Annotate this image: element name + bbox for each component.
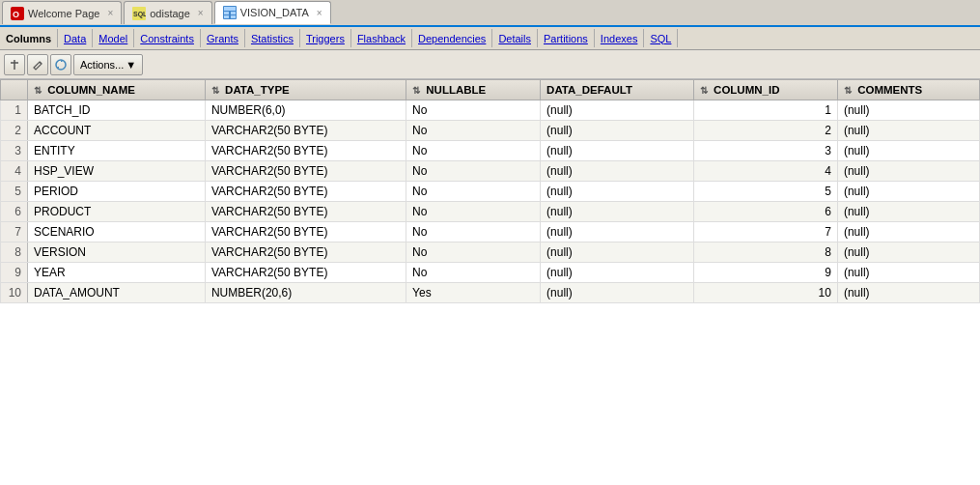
- oracle-icon: O: [11, 7, 24, 20]
- cell-column-id: 8: [693, 242, 837, 263]
- actions-label: Actions...: [80, 59, 124, 71]
- cell-nullable: No: [406, 202, 541, 222]
- cell-data-default: (null): [541, 283, 694, 303]
- sub-tab-triggers[interactable]: Triggers: [300, 29, 351, 47]
- sub-tab-columns: Columns: [0, 29, 58, 47]
- sub-tab-constraints[interactable]: Constraints: [134, 29, 201, 47]
- svg-text:O: O: [13, 10, 19, 19]
- cell-data-type: VARCHAR2(50 BYTE): [205, 242, 406, 263]
- cell-comments: (null): [837, 121, 979, 141]
- tab-welcome-page[interactable]: O Welcome Page ×: [2, 1, 122, 24]
- sub-tab-data[interactable]: Data: [58, 29, 93, 47]
- col-header-comments[interactable]: ⇅ COMMENTS: [837, 80, 979, 100]
- table-row: 5PERIODVARCHAR2(50 BYTE)No(null)5(null): [1, 182, 980, 202]
- tab-odistage-close[interactable]: ×: [198, 8, 204, 18]
- col-header-data-type[interactable]: ⇅ DATA_TYPE: [205, 80, 406, 100]
- table-icon: [223, 6, 237, 19]
- cell-rownum: 7: [1, 222, 28, 242]
- pin-button[interactable]: [4, 54, 25, 75]
- table-row: 9YEARVARCHAR2(50 BYTE)No(null)9(null): [1, 263, 980, 283]
- col-header-rownum: [1, 80, 28, 100]
- cell-data-type: VARCHAR2(50 BYTE): [205, 222, 406, 242]
- sub-tab-details[interactable]: Details: [492, 29, 538, 47]
- cell-rownum: 8: [1, 242, 28, 263]
- cell-column-id: 3: [693, 141, 837, 161]
- cell-column-name: DATA_AMOUNT: [28, 283, 206, 303]
- cell-nullable: No: [406, 222, 541, 242]
- cell-comments: (null): [837, 242, 979, 263]
- table-header-row: ⇅ COLUMN_NAME ⇅ DATA_TYPE ⇅ NULLABLE DAT…: [1, 80, 980, 100]
- cell-data-type: NUMBER(6,0): [205, 100, 406, 121]
- tab-vision-data-label: VISION_DATA: [240, 7, 309, 18]
- svg-text:SQL: SQL: [133, 11, 146, 18]
- sub-tab-flashback[interactable]: Flashback: [351, 29, 412, 47]
- cell-comments: (null): [837, 100, 979, 121]
- sub-tab-grants[interactable]: Grants: [201, 29, 245, 47]
- cell-nullable: No: [406, 242, 541, 263]
- cell-data-default: (null): [541, 182, 694, 202]
- cell-column-name: YEAR: [28, 263, 206, 283]
- actions-dropdown-icon: ▼: [126, 59, 136, 71]
- col-header-nullable[interactable]: ⇅ NULLABLE: [406, 80, 541, 100]
- table-row: 7SCENARIOVARCHAR2(50 BYTE)No(null)7(null…: [1, 222, 980, 242]
- sub-tab-model[interactable]: Model: [93, 29, 134, 47]
- cell-nullable: No: [406, 161, 541, 182]
- cell-column-id: 7: [693, 222, 837, 242]
- svg-rect-7: [231, 12, 236, 14]
- cell-nullable: No: [406, 100, 541, 121]
- col-header-data-default[interactable]: DATA_DEFAULT: [541, 80, 694, 100]
- cell-data-default: (null): [541, 141, 694, 161]
- svg-rect-8: [224, 15, 229, 18]
- sub-tab-indexes[interactable]: Indexes: [595, 29, 645, 47]
- cell-rownum: 2: [1, 121, 28, 141]
- columns-table: ⇅ COLUMN_NAME ⇅ DATA_TYPE ⇅ NULLABLE DAT…: [0, 79, 980, 303]
- tab-vision-data[interactable]: VISION_DATA ×: [214, 1, 331, 24]
- actions-button[interactable]: Actions... ▼: [73, 54, 143, 75]
- cell-comments: (null): [837, 222, 979, 242]
- cell-data-type: VARCHAR2(50 BYTE): [205, 202, 406, 222]
- main-content: ⇅ COLUMN_NAME ⇅ DATA_TYPE ⇅ NULLABLE DAT…: [0, 79, 980, 485]
- tab-odistage[interactable]: SQL odistage ×: [124, 1, 211, 24]
- cell-comments: (null): [837, 283, 979, 303]
- refresh-button[interactable]: [50, 54, 71, 75]
- cell-column-id: 9: [693, 263, 837, 283]
- edit-button[interactable]: [27, 54, 48, 75]
- cell-nullable: No: [406, 182, 541, 202]
- cell-rownum: 3: [1, 141, 28, 161]
- cell-column-name: PERIOD: [28, 182, 206, 202]
- columns-table-container[interactable]: ⇅ COLUMN_NAME ⇅ DATA_TYPE ⇅ NULLABLE DAT…: [0, 79, 980, 485]
- sub-tabs-bar: Columns Data Model Constraints Grants St…: [0, 27, 980, 50]
- cell-nullable: No: [406, 263, 541, 283]
- cell-data-default: (null): [541, 263, 694, 283]
- col-header-column-id[interactable]: ⇅ COLUMN_ID: [693, 80, 837, 100]
- cell-column-name: ACCOUNT: [28, 121, 206, 141]
- tab-vision-data-close[interactable]: ×: [317, 8, 322, 18]
- tab-odistage-label: odistage: [150, 8, 190, 19]
- cell-rownum: 9: [1, 263, 28, 283]
- sql-icon: SQL: [132, 7, 146, 20]
- sort-icon-column-name: ⇅: [34, 85, 42, 96]
- table-row: 4HSP_VIEWVARCHAR2(50 BYTE)No(null)4(null…: [1, 161, 980, 182]
- cell-data-default: (null): [541, 121, 694, 141]
- cell-data-type: VARCHAR2(50 BYTE): [205, 141, 406, 161]
- tab-welcome-label: Welcome Page: [28, 8, 99, 19]
- table-row: 3ENTITYVARCHAR2(50 BYTE)No(null)3(null): [1, 141, 980, 161]
- cell-nullable: Yes: [406, 283, 541, 303]
- cell-data-type: VARCHAR2(50 BYTE): [205, 161, 406, 182]
- cell-column-id: 4: [693, 161, 837, 182]
- cell-nullable: No: [406, 141, 541, 161]
- table-row: 2ACCOUNTVARCHAR2(50 BYTE)No(null)2(null): [1, 121, 980, 141]
- table-row: 6PRODUCTVARCHAR2(50 BYTE)No(null)6(null): [1, 202, 980, 222]
- cell-column-id: 6: [693, 202, 837, 222]
- sub-tab-partitions[interactable]: Partitions: [538, 29, 595, 47]
- sub-tab-statistics[interactable]: Statistics: [245, 29, 300, 47]
- cell-column-id: 2: [693, 121, 837, 141]
- table-row: 8VERSIONVARCHAR2(50 BYTE)No(null)8(null): [1, 242, 980, 263]
- cell-data-default: (null): [541, 242, 694, 263]
- sub-tab-sql[interactable]: SQL: [644, 29, 678, 47]
- tab-welcome-close[interactable]: ×: [107, 8, 113, 18]
- sub-tab-dependencies[interactable]: Dependencies: [412, 29, 492, 47]
- svg-rect-9: [231, 15, 236, 18]
- table-body: 1BATCH_IDNUMBER(6,0)No(null)1(null)2ACCO…: [1, 100, 980, 303]
- col-header-column-name[interactable]: ⇅ COLUMN_NAME: [28, 80, 206, 100]
